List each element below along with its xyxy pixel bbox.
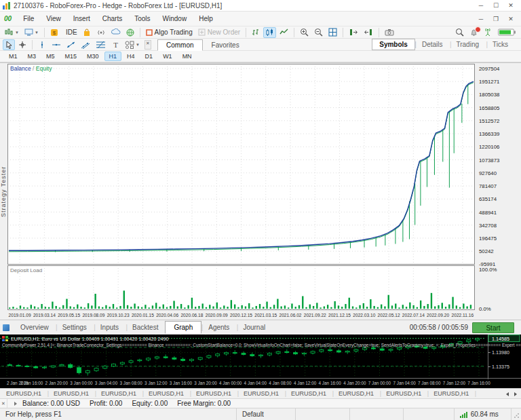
tester-tab[interactable]: Inputs (94, 322, 126, 333)
menu-item[interactable]: Insert (67, 13, 96, 24)
timeframe-button[interactable]: H1 (104, 52, 122, 61)
tester-tab[interactable]: Agents (201, 322, 236, 333)
panel-close-icon[interactable]: ✕ (144, 40, 151, 50)
maximize-button[interactable]: ☐ (488, 1, 503, 10)
symbols-tab[interactable]: Symbols (372, 39, 415, 50)
timeframe-button[interactable]: M15 (60, 52, 82, 61)
svg-text:2021.06.02: 2021.06.02 (279, 313, 302, 318)
trade-value: Profit: 0.00 (90, 400, 122, 407)
chart-tab[interactable]: EURUSD,H1 (380, 389, 427, 398)
trendline-icon[interactable] (64, 39, 77, 50)
child-restore-button[interactable]: ❐ (488, 14, 503, 24)
chart-tab[interactable]: EURUSD,H1 (142, 389, 190, 398)
shapes-icon[interactable]: ▼ (123, 39, 142, 50)
timeframe-button[interactable]: M3 (23, 52, 41, 61)
close-button[interactable]: ✕ (503, 1, 518, 10)
zoom-in-icon[interactable] (298, 27, 311, 38)
channel-icon[interactable] (79, 39, 92, 50)
menu-item[interactable]: View (40, 13, 67, 24)
panel-tab[interactable]: Favorites (203, 39, 248, 51)
algo-trading-button[interactable]: Algo Trading (144, 27, 195, 38)
menu-item[interactable]: File (17, 13, 40, 24)
menu-item[interactable]: Help (193, 13, 219, 24)
signals-broadcast-icon[interactable] (94, 27, 108, 38)
child-minimize-button[interactable]: ─ (474, 14, 488, 24)
status-profile[interactable]: Default (237, 408, 296, 420)
shift-back-icon[interactable] (362, 27, 375, 38)
screenshot-camera-icon[interactable] (383, 27, 396, 38)
svg-text:T: T (113, 41, 118, 49)
price-chart[interactable]: 2 Jan 20192 Jan 16:002 Jan 20:003 Jan 00… (0, 335, 521, 388)
svg-text:1.14585: 1.14585 (492, 336, 509, 342)
start-button[interactable]: Start (472, 322, 514, 333)
cursor-icon[interactable] (3, 39, 15, 50)
timeframe-button[interactable]: M5 (41, 52, 60, 61)
svg-text:2020.09.09: 2020.09.09 (206, 313, 228, 318)
vps-cloud-icon[interactable] (109, 27, 123, 38)
timeframe-button[interactable]: W1 (158, 52, 177, 61)
metaeditor-ide-button[interactable]: IDE (62, 27, 79, 38)
symbols-tab[interactable]: Trading (449, 39, 486, 50)
chart-tab[interactable]: EURUSD,H1 (0, 389, 47, 398)
bars-chart-icon[interactable] (250, 27, 262, 38)
menu-item[interactable]: Window (157, 13, 193, 24)
notifications-bell-icon[interactable] (467, 27, 480, 38)
chart-tab[interactable]: EURUSD,H1 (427, 389, 475, 398)
chart-tab[interactable]: EURUSD,H1 (47, 389, 95, 398)
deposit-load-graph[interactable]: Deposit Load (7, 265, 475, 310)
symbols-tab[interactable]: Details (415, 39, 450, 50)
chart-tab[interactable]: EURUSD,H1 (190, 389, 237, 398)
tile-windows-icon[interactable] (326, 27, 339, 38)
timeframe-button[interactable]: MN (178, 52, 197, 61)
minimize-button[interactable]: ─ (474, 1, 488, 10)
zoom-out-icon[interactable] (312, 27, 325, 38)
chart-tab[interactable]: EURUSD,H1 (237, 389, 285, 398)
tester-tabs-bar: OverviewSettingsInputsBacktestGraphAgent… (0, 320, 521, 335)
fibo-icon[interactable] (94, 39, 108, 50)
chart-profile-button[interactable]: ▼ (22, 27, 41, 38)
trade-bar-close-icon[interactable]: ✕ (0, 399, 7, 408)
tab-scroll-right-icon[interactable] (512, 390, 520, 398)
menu-item[interactable]: Charts (96, 13, 128, 24)
tester-tab[interactable]: Settings (56, 322, 94, 333)
crosshair-icon[interactable] (16, 39, 28, 50)
timeframe-button[interactable]: D1 (140, 52, 158, 61)
strategy-tester-side-label: Strategy Tester (0, 62, 7, 320)
tester-tab[interactable]: Overview (14, 322, 56, 333)
tester-tab[interactable]: Journal (236, 322, 272, 333)
svg-text:4 Jan 04:00: 4 Jan 04:00 (244, 381, 267, 385)
text-tool-icon[interactable]: T (109, 39, 121, 50)
market-bag-icon[interactable] (81, 27, 93, 38)
signal-level-icon[interactable] (482, 27, 494, 38)
new-chart-button[interactable]: ▼ (3, 27, 21, 38)
tester-tab[interactable]: Backtest (126, 322, 165, 333)
svg-text:2019.10.23: 2019.10.23 (107, 313, 130, 318)
tab-scroll-left-icon[interactable] (503, 390, 512, 398)
community-globe-icon[interactable] (124, 27, 136, 38)
vertical-line-icon[interactable] (36, 39, 48, 50)
svg-text:Deposit Load: Deposit Load (10, 267, 42, 273)
symbols-tab[interactable]: Ticks (486, 39, 515, 50)
mql5-dollar-icon[interactable]: $ (48, 27, 60, 38)
trade-expander-icon[interactable] (14, 402, 17, 406)
horizontal-line-icon[interactable] (50, 39, 63, 50)
search-icon[interactable] (453, 27, 466, 38)
timeframe-button[interactable]: M30 (82, 52, 104, 61)
chart-tab[interactable]: EURUSD,H1 (332, 389, 380, 398)
shift-end-icon[interactable] (347, 27, 360, 38)
chart-tab[interactable]: EURUSD,H1 (95, 389, 142, 398)
child-close-button[interactable]: ✕ (503, 14, 518, 24)
line-chart-icon[interactable] (277, 27, 290, 38)
timeframe-button[interactable]: H4 (122, 52, 140, 61)
resize-grip[interactable] (512, 408, 521, 420)
timeframe-button[interactable]: M1 (4, 52, 22, 61)
svg-text:2020.06.18: 2020.06.18 (180, 313, 203, 318)
chart-tab[interactable]: EURUSD,H1 (285, 389, 332, 398)
new-order-button[interactable]: New Order (196, 27, 242, 38)
balance-equity-graph[interactable]: Balance / Equity (7, 64, 475, 265)
menu-item[interactable]: Tools (128, 13, 156, 24)
panel-tab[interactable]: Common (157, 39, 203, 51)
status-latency: 60.84 ms (455, 408, 512, 420)
tester-tab[interactable]: Graph (165, 321, 201, 334)
candles-chart-icon[interactable] (263, 27, 276, 38)
